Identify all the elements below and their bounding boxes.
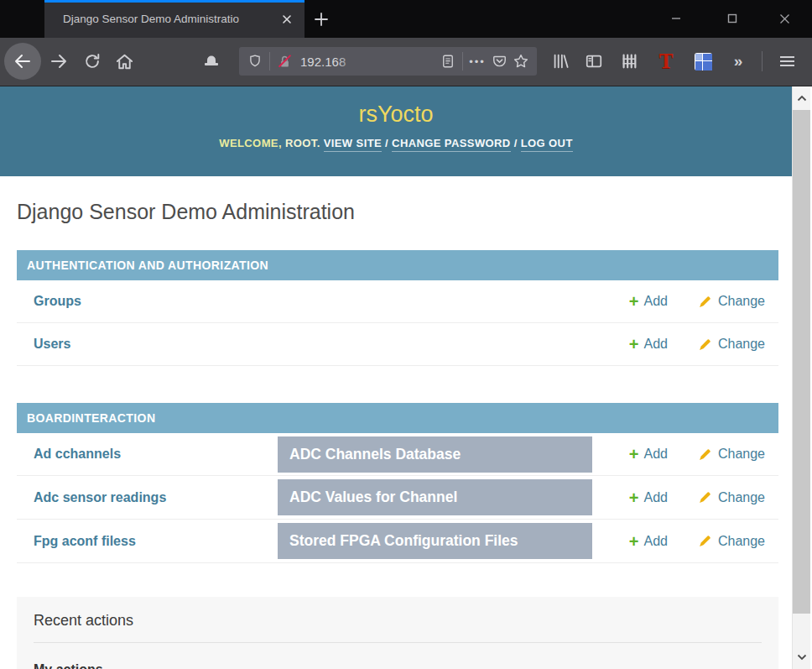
site-brand: rsYocto [0,86,792,128]
url-text[interactable]: 192.168 [300,52,437,71]
add-adc-channels-link[interactable]: + Add [629,446,668,463]
tab-django-admin[interactable]: Django Sensor Demo Administratio [44,0,304,38]
new-tab-button[interactable] [305,5,337,34]
urlbar-separator-2 [462,52,463,71]
grid-extension-icon[interactable] [688,46,718,76]
overflow-menu-icon[interactable]: » [723,46,753,76]
toolbar-separator [762,51,763,71]
fpga-conf-files-link[interactable]: Fpg aconf filess [34,534,136,549]
maximize-button[interactable] [714,7,751,30]
log-out-link[interactable]: LOG OUT [521,137,573,152]
username: ROOT [285,137,317,149]
groups-link[interactable]: Groups [34,294,81,309]
browser-window: Django Sensor Demo Administratio [0,0,812,669]
welcome-text: WELCOME, [219,137,282,149]
page-title: Django Sensor Demo Administration [17,198,778,225]
tab-strip: Django Sensor Demo Administratio [0,0,812,38]
tab-close-icon[interactable] [278,10,296,29]
add-fpga-conf-files-link[interactable]: + Add [629,533,668,550]
plus-icon: + [629,446,639,463]
description-overlay: ADC Values for Channel [278,479,592,515]
table-row-adc-channels: Ad cchannels ADC Channels Database + Add… [17,433,778,476]
url-text-fade [337,52,356,71]
reader-mode-icon[interactable] [437,50,459,72]
module-auth: AUTHENTICATION AND AUTHORIZATION Groups … [17,250,778,366]
table-row-adc-sensor-readings: Adc sensor readings ADC Values for Chann… [17,476,778,520]
add-users-link[interactable]: + Add [629,336,668,353]
minimize-button[interactable] [658,7,695,30]
plus-icon: + [629,533,639,550]
user-tools: WELCOME, ROOT. VIEW SITE / CHANGE PASSWO… [0,137,792,149]
change-groups-link[interactable]: Change [698,294,778,309]
my-actions-heading: My actions [34,662,762,669]
module-boardinteraction: BOARDINTERACTION Ad cchannels ADC Channe… [17,403,778,563]
page-viewport: rsYocto WELCOME, ROOT. VIEW SITE / CHANG… [0,86,792,669]
tab-title-fade [236,3,264,38]
module-caption: AUTHENTICATION AND AUTHORIZATION [17,250,778,280]
forward-button[interactable] [44,46,74,76]
plus-icon: + [629,293,639,310]
table-row-groups: Groups + Add Change [17,280,778,323]
change-adc-channels-link[interactable]: Change [698,447,778,462]
module-caption: BOARDINTERACTION [17,403,778,433]
home-button[interactable] [109,46,139,76]
site-header: rsYocto WELCOME, ROOT. VIEW SITE / CHANG… [0,86,792,176]
change-fpga-conf-files-link[interactable]: Change [698,534,778,549]
table-row-fpga-conf-files: Fpg aconf filess Stored FPGA Configurati… [17,520,778,563]
extension-hat-icon[interactable] [196,46,226,76]
pencil-icon [698,534,712,548]
plus-icon: + [629,489,639,506]
urlbar-separator [269,52,270,71]
recent-actions-module: Recent actions My actions [17,597,778,669]
change-adc-sensor-readings-link[interactable]: Change [698,490,778,505]
adc-channels-link[interactable]: Ad cchannels [34,447,121,462]
change-password-link[interactable]: CHANGE PASSWORD [392,137,511,152]
sidebar-toggle-icon[interactable] [579,46,609,76]
recent-actions-divider [34,642,762,643]
library-icon[interactable] [545,46,575,76]
pocket-icon[interactable] [488,50,510,72]
pencil-icon [698,447,712,462]
fence-extension-icon[interactable] [614,46,644,76]
app-menu-icon[interactable] [772,46,802,76]
content-main: Django Sensor Demo Administration AUTHEN… [17,198,778,669]
scrollbar-thumb[interactable] [793,110,810,614]
description-overlay: Stored FPGA Configuration Files [278,523,592,559]
back-button[interactable] [4,43,41,80]
users-link[interactable]: Users [34,337,70,352]
change-users-link[interactable]: Change [698,337,778,352]
scrollbar-down-icon[interactable] [793,645,810,669]
close-button[interactable] [766,7,803,30]
scrollbar-up-icon[interactable] [793,86,810,110]
table-row-users: Users + Add Change [17,323,778,366]
vertical-scrollbar[interactable] [792,86,810,669]
url-bar[interactable]: 192.168 ••• [239,47,537,76]
view-site-link[interactable]: VIEW SITE [324,137,382,152]
recent-actions-title: Recent actions [34,612,762,630]
pencil-icon [698,490,712,504]
reload-button[interactable] [77,46,107,76]
tracking-protection-shield-icon[interactable] [244,50,266,72]
bookmark-star-icon[interactable] [510,50,532,72]
insecure-lock-icon[interactable] [273,50,295,72]
page-actions-icon[interactable]: ••• [466,50,488,72]
pencil-icon [698,295,712,309]
pencil-icon [698,337,712,352]
add-adc-sensor-readings-link[interactable]: + Add [629,489,668,506]
description-overlay: ADC Channels Database [278,436,592,473]
t-extension-icon[interactable]: T [651,46,681,76]
plus-icon: + [629,336,639,353]
adc-sensor-readings-link[interactable]: Adc sensor readings [34,490,166,505]
tab-title: Django Sensor Demo Administratio [63,13,239,25]
add-groups-link[interactable]: + Add [629,293,668,310]
